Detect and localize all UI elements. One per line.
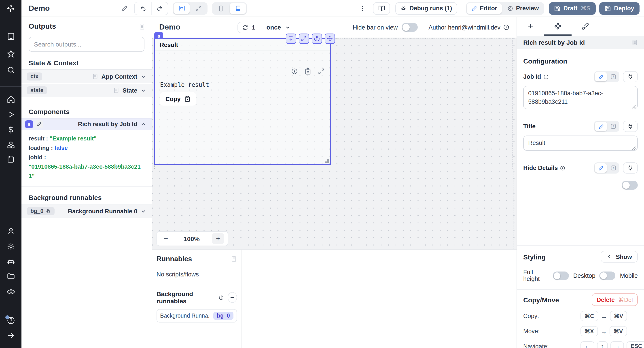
workers-robot-icon[interactable] bbox=[0, 255, 22, 268]
anchor-icon[interactable] bbox=[312, 34, 322, 44]
docs-book-button[interactable] bbox=[373, 2, 390, 14]
desktop-view-button[interactable] bbox=[230, 3, 246, 14]
save-icon bbox=[605, 5, 611, 12]
schedule-dropdown[interactable]: once bbox=[266, 24, 291, 31]
center-layout-button[interactable] bbox=[174, 3, 190, 14]
component-output-row[interactable]: a Rich result by Job Id bbox=[22, 118, 152, 130]
draft-shortcut: ⌘S bbox=[581, 5, 590, 12]
desktop-mobile-toggle[interactable] bbox=[599, 271, 616, 280]
connect-plug-button[interactable] bbox=[623, 121, 638, 132]
variables-dollar-icon[interactable] bbox=[0, 123, 22, 136]
tab-editor[interactable]: Editor bbox=[467, 3, 502, 14]
expand-icon[interactable] bbox=[318, 68, 325, 75]
tab-insert-component[interactable] bbox=[517, 17, 544, 36]
info-icon[interactable] bbox=[503, 24, 510, 30]
full-height-toggle[interactable] bbox=[552, 271, 569, 280]
eval-mode-fx-button[interactable]: f bbox=[608, 122, 618, 131]
schedules-calendar-icon[interactable] bbox=[0, 152, 22, 166]
textarea-resize-handle[interactable] bbox=[632, 105, 636, 109]
connect-plug-button[interactable] bbox=[623, 71, 638, 82]
workspace-building-icon[interactable] bbox=[0, 30, 22, 43]
move-icon[interactable] bbox=[325, 34, 335, 44]
styling-title: Styling bbox=[523, 253, 546, 260]
info-icon[interactable] bbox=[544, 74, 549, 80]
users-icon[interactable] bbox=[0, 224, 22, 238]
rename-app-pencil-icon[interactable] bbox=[121, 5, 128, 12]
output-row-state[interactable]: state State bbox=[22, 83, 152, 96]
job-id-input[interactable]: 01910865-188a-bab7-a3ec-588b9ba3c211 bbox=[523, 86, 638, 109]
doc-panel-icon[interactable] bbox=[231, 256, 237, 262]
chevron-down-icon[interactable] bbox=[140, 208, 146, 214]
search-outputs-input[interactable] bbox=[28, 37, 144, 52]
add-bg-runnable-button[interactable] bbox=[228, 292, 237, 303]
info-icon[interactable] bbox=[560, 165, 566, 171]
static-mode-pencil-button[interactable] bbox=[595, 72, 607, 82]
output-row-ctx[interactable]: ctx App Context bbox=[22, 70, 152, 83]
plus-icon bbox=[527, 22, 534, 30]
kbd-key: ← bbox=[580, 341, 594, 348]
clipboard-icon[interactable] bbox=[304, 68, 311, 75]
copy-move-section: Copy/Move Delete ⌘Del Copy: ⌘C → ⌘V Move… bbox=[517, 290, 644, 348]
zoom-out-button[interactable]: − bbox=[160, 234, 171, 243]
refresh-counter[interactable]: 1 bbox=[238, 22, 260, 33]
settings-panel: Rich result by Job Id Configuration Job … bbox=[516, 17, 644, 348]
tab-styling[interactable] bbox=[572, 17, 599, 36]
tab-component-settings[interactable] bbox=[544, 17, 572, 36]
connect-plug-button[interactable] bbox=[623, 162, 638, 174]
search-icon[interactable] bbox=[0, 63, 22, 76]
delete-button[interactable]: Delete ⌘Del bbox=[592, 294, 638, 306]
draft-button[interactable]: Draft ⌘S bbox=[549, 2, 596, 14]
doc-panel-icon[interactable] bbox=[139, 23, 145, 30]
info-icon[interactable] bbox=[219, 294, 224, 300]
app-canvas[interactable]: a Result Example resul bbox=[152, 38, 516, 249]
debug-runs-button[interactable]: Debug runs (1) bbox=[396, 2, 457, 14]
undo-button[interactable] bbox=[134, 2, 151, 14]
app-title: Demo bbox=[28, 4, 50, 13]
zoom-in-button[interactable]: + bbox=[212, 233, 224, 244]
info-icon[interactable] bbox=[291, 68, 298, 75]
expand-down-icon[interactable] bbox=[286, 34, 296, 44]
more-menu-icon[interactable] bbox=[357, 5, 368, 12]
fullwidth-layout-button[interactable] bbox=[190, 3, 206, 14]
settings-gear-icon[interactable] bbox=[0, 239, 22, 253]
static-mode-pencil-button[interactable] bbox=[595, 122, 607, 131]
home-icon[interactable] bbox=[0, 92, 22, 106]
eval-mode-fx-button[interactable]: f bbox=[608, 72, 618, 82]
component-toolbar bbox=[286, 34, 335, 44]
tab-preview[interactable]: Preview bbox=[503, 3, 544, 14]
static-mode-pencil-button[interactable] bbox=[595, 163, 607, 173]
selected-component-richresult[interactable]: a Result Example resul bbox=[154, 38, 331, 165]
styling-show-button[interactable]: Show bbox=[600, 251, 638, 262]
hide-bar-toggle[interactable] bbox=[402, 23, 418, 32]
deploy-button[interactable]: Deploy bbox=[599, 2, 640, 14]
textarea-resize-handle[interactable] bbox=[632, 146, 636, 150]
redo-button[interactable] bbox=[151, 2, 168, 14]
hand-pointer-icon bbox=[46, 208, 51, 214]
bg-runnable-card[interactable]: Background Runna... bg_0 bbox=[156, 309, 237, 322]
chevron-up-icon[interactable] bbox=[140, 121, 146, 127]
doc-panel-icon[interactable] bbox=[632, 39, 638, 46]
fullscreen-icon[interactable] bbox=[299, 34, 309, 44]
copy-button[interactable]: Copy bbox=[160, 92, 196, 106]
favorites-star-icon[interactable] bbox=[0, 47, 22, 60]
chevron-down-icon[interactable] bbox=[140, 74, 146, 80]
bg-runnable-row[interactable]: bg_0 Background Runnable 0 bbox=[22, 204, 152, 218]
canvas-edge-dash bbox=[513, 169, 514, 249]
title-input[interactable]: Result bbox=[523, 136, 638, 151]
audit-eye-icon[interactable] bbox=[0, 285, 22, 298]
folders-icon[interactable] bbox=[0, 269, 22, 283]
help-icon[interactable] bbox=[0, 314, 22, 327]
hide-details-toggle[interactable] bbox=[622, 181, 638, 190]
refresh-icon[interactable] bbox=[242, 24, 248, 30]
collapse-arrow-right-icon[interactable] bbox=[0, 329, 22, 342]
chevron-down-icon[interactable] bbox=[140, 88, 146, 93]
mobile-view-button[interactable] bbox=[213, 3, 229, 14]
windmill-logo-icon[interactable] bbox=[0, 0, 22, 17]
full-height-label: Full height bbox=[523, 269, 548, 282]
no-scripts-text: No scripts/flows bbox=[156, 271, 237, 278]
resources-boxes-icon[interactable] bbox=[0, 138, 22, 152]
runs-play-icon[interactable] bbox=[0, 108, 22, 121]
eval-mode-fx-button[interactable]: f bbox=[608, 163, 618, 173]
edit-id-pencil-icon[interactable] bbox=[35, 120, 43, 128]
component-resize-handle[interactable] bbox=[325, 159, 329, 163]
